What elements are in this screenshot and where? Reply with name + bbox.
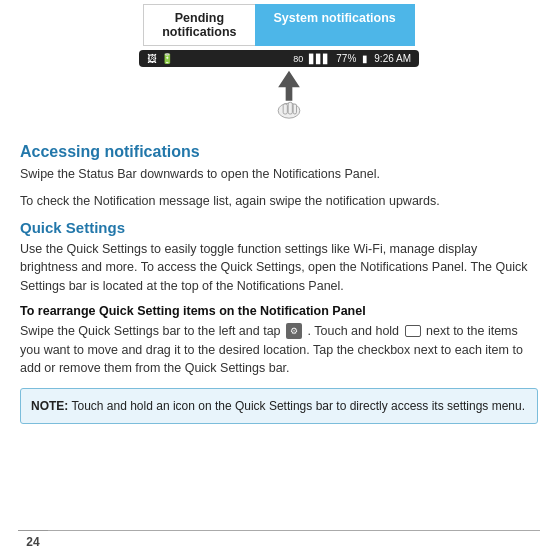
note-box: NOTE: Touch and hold an icon on the Quic… bbox=[20, 388, 538, 424]
page-number: 24 bbox=[18, 530, 48, 549]
svg-rect-4 bbox=[293, 104, 296, 114]
battery-icon: ▮ bbox=[362, 53, 368, 64]
rearrange-body: Swipe the Quick Settings bar to the left… bbox=[20, 322, 538, 378]
status-bar-left: 🖼 🔋 bbox=[147, 53, 287, 64]
status-bar-container: 🖼 🔋 80 ▋▋▋ 77% ▮ 9:26 AM bbox=[0, 50, 558, 67]
accessing-body1: Swipe the Status Bar downwards to open t… bbox=[20, 165, 538, 184]
note-label: NOTE: bbox=[31, 399, 68, 413]
tabs-container: Pending notifications System notificatio… bbox=[0, 0, 558, 46]
main-content: Accessing notifications Swipe the Status… bbox=[0, 127, 558, 444]
page-divider bbox=[18, 530, 540, 531]
rearrange-text-middle: . Touch and hold bbox=[308, 324, 400, 338]
svg-marker-0 bbox=[278, 71, 300, 101]
battery-small-icon: 🔋 bbox=[161, 53, 173, 64]
signal-bars-icon: ▋▋▋ bbox=[309, 54, 330, 64]
quick-settings-body: Use the Quick Settings to easily toggle … bbox=[20, 240, 538, 296]
svg-rect-3 bbox=[288, 102, 292, 114]
time-display: 9:26 AM bbox=[374, 53, 411, 64]
accessing-title: Accessing notifications bbox=[20, 143, 538, 161]
move-icon bbox=[405, 325, 421, 337]
svg-rect-2 bbox=[283, 104, 287, 114]
tab-pending[interactable]: Pending notifications bbox=[143, 4, 254, 46]
signal-label: 80 bbox=[293, 54, 303, 64]
status-bar: 🖼 🔋 80 ▋▋▋ 77% ▮ 9:26 AM bbox=[139, 50, 419, 67]
rearrange-text-before: Swipe the Quick Settings bar to the left… bbox=[20, 324, 281, 338]
rearrange-heading: To rearrange Quick Setting items on the … bbox=[20, 304, 538, 318]
battery-percent: 77% bbox=[336, 53, 356, 64]
settings-icon: ⚙ bbox=[286, 323, 302, 339]
tab-system[interactable]: System notifications bbox=[255, 4, 415, 46]
quick-settings-title: Quick Settings bbox=[20, 219, 538, 236]
image-icon: 🖼 bbox=[147, 53, 157, 64]
accessing-body2: To check the Notification message list, … bbox=[20, 192, 538, 211]
note-body-text: Touch and hold an icon on the Quick Sett… bbox=[71, 399, 525, 413]
arrow-hand-graphic bbox=[20, 69, 558, 119]
